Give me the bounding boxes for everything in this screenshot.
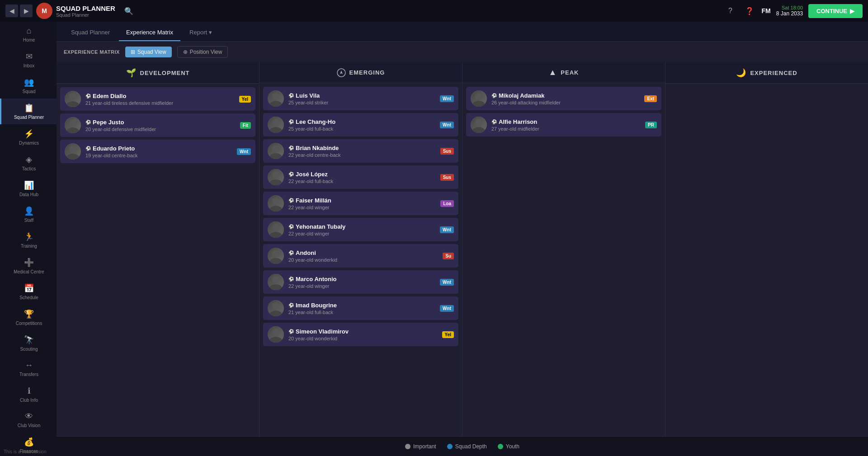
- col-experienced: 🌙 EXPERIENCED: [665, 62, 868, 436]
- player-info: ⚽ Imad Bougrine 21 year-old full-back: [288, 302, 435, 315]
- player-info: ⚽ Simeon Vladimirov 20 year-old wonderki…: [288, 328, 438, 341]
- svg-point-7: [272, 93, 279, 100]
- medical-icon: ➕: [24, 258, 34, 268]
- peak-header-icon: ▲: [549, 68, 557, 77]
- sidebar-item-club-info[interactable]: ℹ Club Info: [0, 381, 57, 407]
- sidebar-label-club-vision: Club Vision: [18, 423, 40, 428]
- sidebar-label-staff: Staff: [24, 218, 33, 223]
- player-status-badge: Ext: [644, 95, 657, 102]
- help-icon-button[interactable]: ?: [724, 4, 737, 18]
- position-view-button[interactable]: ⊕ Position View: [177, 46, 228, 58]
- player-desc: 21 year-old tireless defensive midfielde…: [85, 100, 235, 106]
- player-card[interactable]: ⚽ Eduardo Prieto 19 year-old centre-back…: [60, 140, 255, 163]
- tab-experience-matrix[interactable]: Experience Matrix: [119, 24, 180, 41]
- sidebar-item-club-vision[interactable]: 👁 Club Vision: [0, 407, 57, 432]
- player-desc: 22 year-old winger: [288, 283, 435, 289]
- player-info: ⚽ Brian Nkabinde 22 year-old centre-back: [288, 145, 436, 158]
- matrix-area: 🌱 DEVELOPMENT ⚽ Edem Diallo 21 year-: [57, 62, 868, 436]
- player-card[interactable]: ⚽ Faiser Millán 22 year-old winger Loa: [263, 192, 458, 215]
- player-card[interactable]: ⚽ Alfie Harrison 27 year-old midfielder …: [466, 113, 661, 136]
- player-name-row: ⚽ Andoni: [288, 249, 438, 256]
- continue-button[interactable]: CONTINUE ▶: [808, 4, 863, 18]
- tab-squad-planner[interactable]: Squad Planner: [64, 24, 117, 41]
- player-avatar: [65, 143, 81, 160]
- player-card[interactable]: ⚽ Brian Nkabinde 22 year-old centre-back…: [263, 139, 458, 163]
- position-icon: ⊕: [183, 49, 188, 55]
- svg-point-2: [69, 119, 76, 127]
- date-block: Sat 18:00 8 Jan 2033: [776, 5, 803, 17]
- svg-point-20: [269, 258, 282, 264]
- player-card[interactable]: ⚽ Edem Diallo 21 year-old tireless defen…: [60, 87, 255, 111]
- player-avatar: [268, 248, 284, 264]
- sidebar-item-dynamics[interactable]: ⚡ Dynamics: [0, 124, 57, 150]
- svg-point-23: [272, 302, 279, 310]
- sidebar-label-dynamics: Dynamics: [19, 141, 39, 146]
- player-name: Marco Antonio: [296, 276, 337, 282]
- player-flag-icon: ⚽: [288, 303, 294, 308]
- player-avatar-inner: [268, 169, 284, 185]
- player-card[interactable]: ⚽ Luis Vila 25 year-old striker Wnt: [263, 87, 458, 110]
- sidebar-item-medical[interactable]: ➕ Medical Centre: [0, 253, 57, 279]
- tab-report[interactable]: Report ▾: [182, 24, 219, 41]
- search-icon[interactable]: 🔍: [124, 7, 133, 15]
- player-name: Faiser Millán: [296, 197, 331, 204]
- player-flag-icon: ⚽: [85, 146, 91, 151]
- experienced-title: EXPERIENCED: [750, 70, 797, 76]
- player-card[interactable]: ⚽ Yehonatan Tubaly 22 year-old winger Wn…: [263, 218, 458, 241]
- player-info: ⚽ Yehonatan Tubaly 22 year-old winger: [288, 223, 435, 236]
- sidebar-label-training: Training: [21, 244, 37, 249]
- player-desc: 22 year-old winger: [288, 231, 435, 236]
- main-layout: ⌂ Home ✉ Inbox 👥 Squad 📋 Squad Planner ⚡…: [0, 22, 868, 456]
- sidebar-item-inbox[interactable]: ✉ Inbox: [0, 47, 57, 73]
- sidebar-item-data-hub[interactable]: 📊 Data Hub: [0, 176, 57, 202]
- svg-point-15: [272, 197, 279, 205]
- squad-view-button[interactable]: ⊞ Squad View: [125, 47, 172, 57]
- sidebar-item-scouting[interactable]: 🔭 Scouting: [0, 330, 57, 356]
- player-name-row: ⚽ Simeon Vladimirov: [288, 328, 438, 335]
- sidebar-item-staff[interactable]: 👤 Staff: [0, 202, 57, 227]
- sidebar-item-squad-planner[interactable]: 📋 Squad Planner: [0, 99, 57, 124]
- player-name-row: ⚽ Edem Diallo: [85, 93, 235, 99]
- nav-back-button[interactable]: ◀: [5, 5, 18, 17]
- sidebar-label-club-info: Club Info: [20, 398, 38, 403]
- player-card[interactable]: ⚽ Imad Bougrine 21 year-old full-back Wn…: [263, 296, 458, 320]
- player-card[interactable]: ⚽ Lee Chang-Ho 25 year-old full-back Wnt: [263, 113, 458, 136]
- player-flag-icon: ⚽: [85, 94, 91, 99]
- player-card[interactable]: ⚽ Mikolaj Adamiak 26 year-old attacking …: [466, 87, 661, 110]
- info-icon-button[interactable]: ❓: [743, 4, 756, 18]
- sidebar-item-transfers[interactable]: ↔ Transfers: [0, 356, 57, 381]
- sidebar-item-squad[interactable]: 👥 Squad: [0, 73, 57, 99]
- player-card[interactable]: ⚽ José López 22 year-old full-back Sus: [263, 165, 458, 189]
- player-card[interactable]: ⚽ Marco Antonio 22 year-old winger Wnt: [263, 270, 458, 294]
- player-status-badge: Wnt: [440, 279, 454, 286]
- grid-icon: ⊞: [131, 49, 135, 55]
- sidebar: ⌂ Home ✉ Inbox 👥 Squad 📋 Squad Planner ⚡…: [0, 22, 57, 456]
- svg-point-27: [475, 93, 482, 100]
- fm-logo: FM: [762, 7, 771, 14]
- sidebar-item-schedule[interactable]: 📅 Schedule: [0, 279, 57, 305]
- player-card[interactable]: ⚽ Andoni 20 year-old wonderkid Su: [263, 244, 458, 268]
- player-info: ⚽ Edem Diallo 21 year-old tireless defen…: [85, 93, 235, 106]
- col-header-development: 🌱 DEVELOPMENT: [57, 62, 259, 84]
- player-avatar-inner: [268, 300, 284, 316]
- nav-forward-button[interactable]: ▶: [20, 5, 33, 17]
- sidebar-item-competitions[interactable]: 🏆 Competitions: [0, 305, 57, 330]
- sidebar-label-squad: Squad: [23, 89, 36, 94]
- emerging-header-icon: [337, 68, 346, 77]
- player-avatar-inner: [65, 91, 81, 107]
- page-title: SQUAD PLANNER: [56, 5, 115, 12]
- sidebar-item-tactics[interactable]: ◈ Tactics: [0, 150, 57, 176]
- player-name: Alfie Harrison: [499, 118, 537, 125]
- sidebar-item-home[interactable]: ⌂ Home: [0, 22, 57, 47]
- player-name-row: ⚽ Alfie Harrison: [491, 118, 641, 125]
- player-card[interactable]: ⚽ Pepe Justo 20 year-old defensive midfi…: [60, 113, 255, 137]
- beta-notice: This is a beta version: [0, 447, 50, 456]
- player-avatar-inner: [268, 117, 284, 133]
- player-avatar: [268, 143, 284, 159]
- squad-planner-icon: 📋: [24, 103, 34, 113]
- emerging-players: ⚽ Luis Vila 25 year-old striker Wnt ⚽ Le…: [259, 83, 462, 436]
- player-card[interactable]: ⚽ Simeon Vladimirov 20 year-old wonderki…: [263, 323, 458, 346]
- sidebar-item-training[interactable]: 🏃 Training: [0, 227, 57, 253]
- player-desc: 22 year-old centre-back: [288, 152, 436, 158]
- content-area: Squad Planner Experience Matrix Report ▾…: [57, 22, 868, 456]
